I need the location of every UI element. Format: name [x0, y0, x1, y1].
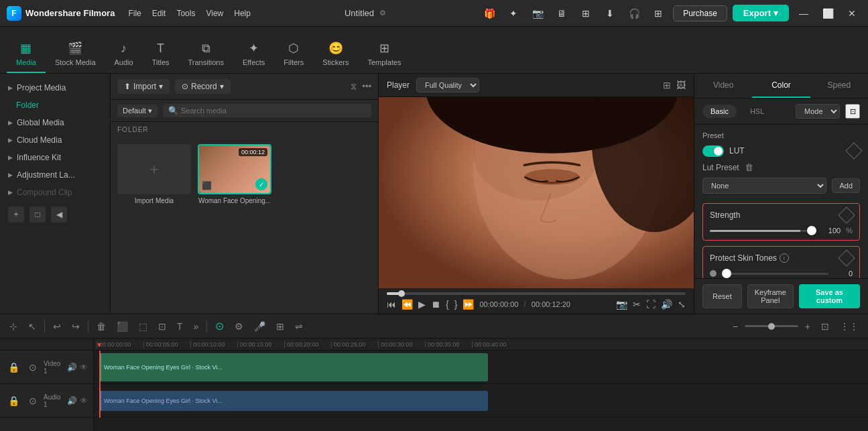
filter-icon[interactable]: ⧖: [351, 81, 357, 92]
stop-button[interactable]: ⏹: [431, 299, 440, 310]
progress-handle[interactable]: [398, 290, 405, 297]
mark-in-button[interactable]: {: [446, 299, 449, 310]
clip-button[interactable]: ✂: [633, 299, 641, 310]
snapshot-button[interactable]: 📷: [616, 299, 627, 310]
import-thumb[interactable]: +: [117, 144, 191, 194]
skip-back-button[interactable]: ⏮: [387, 299, 396, 310]
step-forward-button[interactable]: ⏩: [462, 299, 474, 310]
timeline-tool-pointer[interactable]: ↖: [25, 320, 39, 333]
export-button[interactable]: Export ▾: [733, 5, 789, 21]
close-button[interactable]: ✕: [843, 4, 861, 23]
protect-slider[interactable]: [722, 273, 828, 275]
menu-view[interactable]: View: [206, 9, 223, 18]
track-record-icon[interactable]: ⊙: [26, 361, 40, 374]
record-button[interactable]: ⊙ Record ▾: [175, 79, 231, 94]
timeline-settings-button[interactable]: ⊡: [818, 320, 832, 333]
grid-view-icon[interactable]: ⊞: [663, 80, 671, 90]
play-button[interactable]: ▶: [418, 299, 426, 310]
sidebar-item-project-media[interactable]: ▶ Project Media: [0, 79, 110, 97]
sidebar-item-adjustment[interactable]: ▶ Adjustment La...: [0, 166, 110, 184]
zoom-in-button[interactable]: +: [802, 320, 813, 333]
crop-button[interactable]: ⬚: [136, 320, 150, 333]
grid-icon[interactable]: ⊞: [649, 4, 668, 23]
menu-file[interactable]: File: [128, 9, 141, 18]
menu-tools[interactable]: Tools: [176, 9, 195, 18]
maximize-button[interactable]: ⬜: [818, 4, 837, 23]
delete-button[interactable]: 🗑: [94, 320, 109, 333]
strength-slider[interactable]: [710, 230, 816, 232]
track-lock-icon-2[interactable]: 🔒: [5, 394, 22, 408]
fullscreen-button[interactable]: ⛶: [646, 299, 656, 310]
tab-video[interactable]: Video: [694, 74, 752, 98]
settings-button[interactable]: ⚙: [232, 320, 246, 333]
add-lut-button[interactable]: Add: [832, 178, 860, 193]
sidebar-item-compound-clip[interactable]: ▶ Compound Clip: [0, 184, 110, 201]
color-view-toggle[interactable]: ⊡: [845, 104, 860, 119]
collapse-sidebar-button[interactable]: ◀: [51, 206, 67, 223]
transition-button[interactable]: ⇌: [292, 320, 306, 333]
sidebar-item-folder[interactable]: Folder: [0, 97, 110, 114]
sidebar-item-influence-kit[interactable]: ▶ Influence Kit: [0, 149, 110, 166]
track-record-icon-2[interactable]: ⊙: [26, 394, 40, 408]
toolbar-item-media[interactable]: ▦ Media: [7, 36, 46, 73]
image-view-icon[interactable]: 🖼: [676, 80, 686, 90]
reset-button[interactable]: Reset: [702, 284, 742, 308]
camera-icon[interactable]: 📷: [528, 4, 547, 23]
minimize-button[interactable]: —: [794, 4, 813, 23]
purchase-button[interactable]: Purchase: [673, 5, 727, 21]
collab-button[interactable]: ⊞: [273, 320, 287, 333]
trash-icon[interactable]: 🗑: [745, 162, 753, 172]
toolbar-item-transitions[interactable]: ⧉ Transitions: [179, 36, 233, 73]
zoom-slider[interactable]: [745, 325, 798, 327]
voiceover-button[interactable]: 🎤: [251, 320, 268, 333]
progress-bar[interactable]: [387, 292, 686, 295]
video-clip-1[interactable]: Woman Face Opening Eyes Girl · Stock Vi.…: [99, 353, 488, 381]
toolbar-item-audio[interactable]: ♪ Audio: [105, 36, 143, 73]
default-select[interactable]: Default ▾: [117, 105, 158, 117]
volume-button[interactable]: 🔊: [661, 299, 672, 310]
track-audio-icon[interactable]: 🔊: [67, 363, 77, 372]
track-eye-icon[interactable]: 👁: [80, 363, 88, 372]
timeline-more-button[interactable]: ⋮⋮: [837, 320, 861, 333]
timeline-record-button[interactable]: ⊙: [212, 318, 227, 334]
lut-preset-select[interactable]: None: [702, 178, 826, 194]
toolbar-item-stock-media[interactable]: 🎬 Stock Media: [46, 36, 105, 73]
toolbar-item-templates[interactable]: ⊞ Templates: [358, 36, 410, 73]
audio-clip-1[interactable]: Woman Face Opening Eyes Girl · Stock Vi.…: [99, 391, 488, 411]
toolbar-item-effects[interactable]: ✦ Effects: [233, 36, 274, 73]
more-tools-button[interactable]: »: [191, 320, 202, 333]
info-icon[interactable]: i: [780, 253, 789, 263]
more-ctrl-button[interactable]: ⤡: [678, 299, 686, 310]
toolbar-item-stickers[interactable]: 😊 Stickers: [313, 36, 358, 73]
split-button[interactable]: ⬛: [114, 320, 131, 333]
menu-edit[interactable]: Edit: [152, 9, 166, 18]
keyframe-panel-button[interactable]: Keyframe Panel: [747, 284, 794, 308]
toolbar-item-filters[interactable]: ⬡ Filters: [274, 36, 313, 73]
step-back-button[interactable]: ⏪: [401, 299, 413, 310]
sidebar-item-global-media[interactable]: ▶ Global Media: [0, 114, 110, 131]
headphone-icon[interactable]: 🎧: [625, 4, 643, 23]
color-mode-select[interactable]: Mode: [796, 104, 840, 119]
media-item-import[interactable]: + Import Media: [117, 144, 191, 204]
lut-keyframe-button[interactable]: [845, 142, 862, 159]
tab-speed[interactable]: Speed: [810, 74, 868, 98]
save-custom-button[interactable]: Save as custom: [799, 284, 860, 308]
track-audio-icon-2[interactable]: 🔊: [67, 396, 77, 406]
undo-button[interactable]: ↩: [50, 320, 64, 333]
subtab-basic[interactable]: Basic: [702, 105, 737, 118]
layout-icon[interactable]: ⊞: [576, 4, 595, 23]
track-eye-icon-2[interactable]: 👁: [80, 396, 88, 406]
tab-color[interactable]: Color: [752, 74, 810, 98]
menu-help[interactable]: Help: [234, 9, 251, 18]
woman-face-thumb[interactable]: 00:00:12 ⬛ ✓: [198, 144, 271, 194]
sidebar-item-cloud-media[interactable]: ▶ Cloud Media: [0, 131, 110, 149]
download-icon[interactable]: ⬇: [601, 4, 619, 23]
toolbar-item-titles[interactable]: T Titles: [143, 36, 179, 73]
add-folder-button[interactable]: +: [8, 206, 24, 223]
redo-button[interactable]: ↪: [69, 320, 82, 333]
media-item-woman-face[interactable]: 00:00:12 ⬛ ✓ Woman Face Opening...: [198, 144, 271, 204]
magic-icon[interactable]: ✦: [504, 4, 523, 23]
more-icon[interactable]: •••: [362, 81, 371, 92]
monitor-icon[interactable]: 🖥: [552, 4, 571, 23]
protect-keyframe-button[interactable]: [838, 249, 855, 266]
